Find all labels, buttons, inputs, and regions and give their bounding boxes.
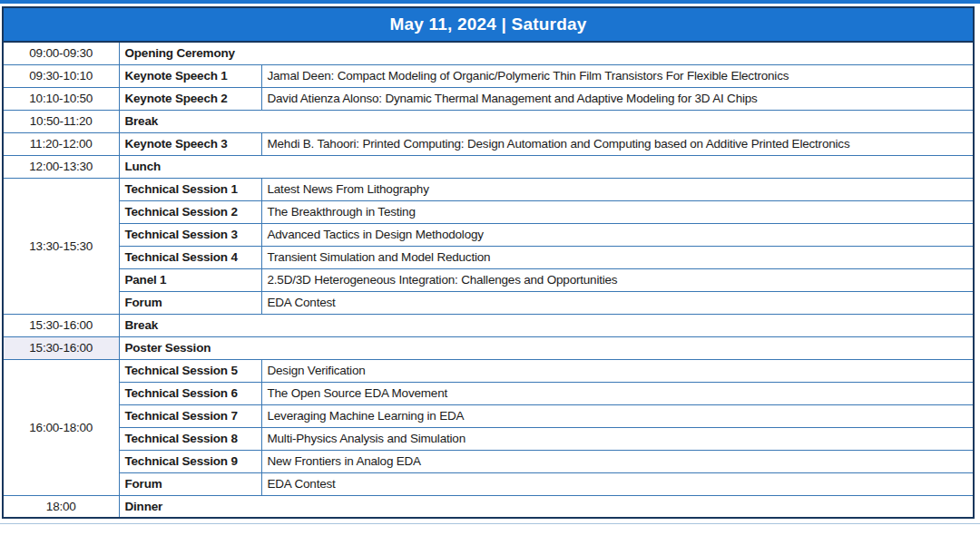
schedule-row: Technical Session 9New Frontiers in Anal… [3, 450, 974, 472]
session-cell: Technical Session 4 [119, 246, 261, 268]
schedule-row: ForumEDA Contest [3, 472, 974, 495]
session-cell: Technical Session 3 [119, 223, 261, 246]
description-cell: Advanced Tactics in Design Methodology [261, 223, 974, 246]
time-cell: 15:30-16:00 [3, 314, 119, 336]
time-cell: 15:30-16:00 [3, 336, 119, 359]
schedule-row: 16:00-18:00Technical Session 5Design Ver… [3, 359, 974, 382]
description-cell: Leveraging Machine Learning in EDA [261, 404, 974, 427]
session-cell: Technical Session 2 [119, 200, 261, 223]
description-cell: EDA Contest [261, 291, 974, 314]
schedule-row: Technical Session 6The Open Source EDA M… [3, 382, 974, 404]
session-cell: Panel 1 [119, 268, 261, 291]
session-cell: Technical Session 9 [119, 450, 261, 472]
description-cell: Mehdi B. Tahoori: Printed Computing: Des… [261, 132, 974, 155]
description-cell: Jamal Deen: Compact Modeling of Organic/… [261, 64, 974, 87]
header-row: May 11, 2024 | Saturday [3, 7, 974, 42]
session-cell: Forum [119, 291, 261, 314]
schedule-row: 09:00-09:30Opening Ceremony [3, 42, 974, 64]
schedule-table: May 11, 2024 | Saturday 09:00-09:30Openi… [2, 6, 975, 519]
bottom-gridline [0, 523, 980, 524]
schedule-row: Technical Session 3Advanced Tactics in D… [3, 223, 974, 246]
schedule-row: 15:30-16:00Poster Session [3, 336, 974, 359]
session-cell: Lunch [119, 155, 974, 178]
schedule-row: 10:50-11:20Break [3, 110, 974, 132]
schedule-row: 12:00-13:30Lunch [3, 155, 974, 178]
session-cell: Opening Ceremony [119, 42, 974, 64]
schedule-header: May 11, 2024 | Saturday [3, 7, 974, 42]
schedule-date-title: May 11, 2024 | Saturday [3, 7, 974, 42]
schedule-row: ForumEDA Contest [3, 291, 974, 314]
schedule-row: 09:30-10:10Keynote Speech 1Jamal Deen: C… [3, 64, 974, 87]
schedule-body: 09:00-09:30Opening Ceremony09:30-10:10Ke… [3, 42, 974, 518]
schedule-row: Technical Session 2The Breakthrough in T… [3, 200, 974, 223]
session-cell: Forum [119, 472, 261, 495]
time-cell: 12:00-13:30 [3, 155, 119, 178]
description-cell: David Atienza Alonso: Dynamic Thermal Ma… [261, 87, 974, 110]
session-cell: Break [119, 110, 974, 132]
time-cell: 18:00 [3, 495, 119, 518]
session-cell: Keynote Speech 1 [119, 64, 261, 87]
session-cell: Break [119, 314, 974, 336]
schedule-row: Technical Session 4Transient Simulation … [3, 246, 974, 268]
description-cell: The Breakthrough in Testing [261, 200, 974, 223]
description-cell: Multi-Physics Analysis and Simulation [261, 427, 974, 450]
schedule-row: 11:20-12:00Keynote Speech 3Mehdi B. Taho… [3, 132, 974, 155]
session-cell: Technical Session 1 [119, 178, 261, 200]
time-cell: 13:30-15:30 [3, 178, 119, 314]
description-cell: Design Verification [261, 359, 974, 382]
schedule-row: 10:10-10:50Keynote Speech 2David Atienza… [3, 87, 974, 110]
session-cell: Technical Session 5 [119, 359, 261, 382]
time-cell: 11:20-12:00 [3, 132, 119, 155]
description-cell: EDA Contest [261, 472, 974, 495]
session-cell: Poster Session [119, 336, 974, 359]
session-cell: Technical Session 7 [119, 404, 261, 427]
schedule-row: 18:00Dinner [3, 495, 974, 518]
schedule-row: Panel 12.5D/3D Heterogeneous Integration… [3, 268, 974, 291]
session-cell: Technical Session 8 [119, 427, 261, 450]
schedule-row: Technical Session 7Leveraging Machine Le… [3, 404, 974, 427]
description-cell: Latest News From Lithography [261, 178, 974, 200]
session-cell: Technical Session 6 [119, 382, 261, 404]
description-cell: 2.5D/3D Heterogeneous Integration: Chall… [261, 268, 974, 291]
time-cell: 16:00-18:00 [3, 359, 119, 495]
description-cell: New Frontiers in Analog EDA [261, 450, 974, 472]
session-cell: Keynote Speech 2 [119, 87, 261, 110]
time-cell: 09:30-10:10 [3, 64, 119, 87]
schedule-row: 13:30-15:30Technical Session 1Latest New… [3, 178, 974, 200]
session-cell: Dinner [119, 495, 974, 518]
time-cell: 09:00-09:30 [3, 42, 119, 64]
time-cell: 10:50-11:20 [3, 110, 119, 132]
description-cell: The Open Source EDA Movement [261, 382, 974, 404]
schedule-row: 15:30-16:00Break [3, 314, 974, 336]
schedule-row: Technical Session 8Multi-Physics Analysi… [3, 427, 974, 450]
top-accent-strip [0, 0, 980, 4]
description-cell: Transient Simulation and Model Reduction [261, 246, 974, 268]
time-cell: 10:10-10:50 [3, 87, 119, 110]
session-cell: Keynote Speech 3 [119, 132, 261, 155]
